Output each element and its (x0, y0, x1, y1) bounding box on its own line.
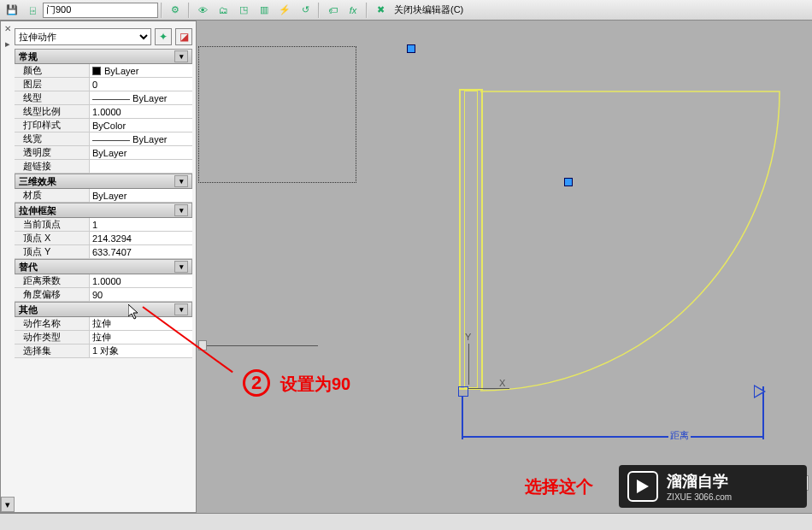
property-value[interactable]: 0 (90, 78, 192, 91)
property-row[interactable]: 材质 ByLayer (15, 189, 192, 203)
door-swing-arc (455, 87, 797, 429)
property-label: 动作名称 (15, 317, 90, 330)
dim-tick-left (462, 397, 463, 439)
property-row[interactable]: 线型比例 1.0000 (15, 105, 192, 119)
annotation-step-text: 设置为90 (280, 373, 350, 396)
section-header[interactable]: 拉伸框架▾ (15, 203, 192, 218)
property-value[interactable]: 1 (90, 218, 192, 231)
quick-select-icon[interactable]: ✦ (155, 28, 172, 45)
property-value[interactable]: ByLayer (90, 189, 192, 202)
property-value[interactable]: 633.7407 (90, 245, 192, 258)
palette-icon[interactable]: 🗂 (214, 2, 232, 19)
property-label: 线型 (15, 91, 90, 104)
property-label: 线宽 (15, 132, 90, 145)
toolbar-icon-a[interactable]: ⚙ (166, 2, 185, 19)
property-label: 顶点 Y (15, 245, 90, 258)
triangle-grip[interactable] (754, 385, 766, 398)
property-row[interactable]: 透明度 ByLayer (15, 146, 192, 160)
play-icon (627, 471, 658, 502)
save-block-icon[interactable]: 💾 (3, 2, 21, 19)
property-label: 角度偏移 (15, 288, 90, 301)
origin-grip[interactable] (458, 386, 468, 397)
property-label: 图层 (15, 78, 90, 91)
select-objects-icon[interactable]: ◪ (175, 28, 192, 45)
property-label: 顶点 X (15, 232, 90, 244)
section-header[interactable]: 其他▾ (15, 302, 192, 317)
toolbar-icon-c[interactable]: ▥ (255, 2, 274, 19)
status-bar (0, 513, 812, 530)
property-row[interactable]: 角度偏移 90 (15, 288, 192, 302)
property-value[interactable]: 214.3294 (90, 232, 192, 244)
visibility-icon[interactable]: 👁 (193, 2, 212, 19)
grip-top-left[interactable] (407, 44, 415, 53)
property-value[interactable]: 1 对象 (90, 344, 192, 357)
panel-close-icon[interactable]: ✕ (1, 21, 15, 35)
section-header[interactable]: 常规▾ (15, 49, 192, 64)
block-name-input[interactable] (43, 3, 158, 18)
panel-options-icon[interactable]: ▾ (1, 497, 15, 512)
property-label: 选择集 (15, 344, 90, 357)
dimension-line[interactable] (462, 436, 764, 438)
property-label: 透明度 (15, 146, 90, 159)
properties-panel: ✕ ▸ ▾ 拉伸动作 ✦ ◪ 常规▾颜色 ByLayer图层 0线型 ———— … (0, 21, 197, 513)
annotation-step-circle: 2 (243, 369, 270, 397)
property-row[interactable]: 当前顶点 1 (15, 218, 192, 232)
watermark-brand: 溜溜自学 ZIXUE 3066.com (619, 465, 807, 508)
property-value[interactable]: ———— ByLayer (90, 132, 192, 145)
property-row[interactable]: 顶点 X 214.3294 (15, 232, 192, 245)
property-value[interactable]: 1.0000 (90, 274, 192, 287)
property-label: 动作类型 (15, 331, 90, 344)
toolbar-icon-d[interactable]: ⚡ (275, 2, 294, 19)
property-row[interactable]: 动作类型 拉伸 (15, 331, 192, 344)
block-editor-toolbar: 💾 ⍈ ⚙ 👁 🗂 ◳ ▥ ⚡ ↺ 🏷 fx ✖ 关闭块编辑器(C) (0, 0, 812, 21)
properties-tree: 常规▾颜色 ByLayer图层 0线型 ———— ByLayer线型比例 1.0… (15, 49, 192, 358)
property-row[interactable]: 超链接 (15, 160, 192, 174)
property-row[interactable]: 距离乘数 1.0000 (15, 274, 192, 288)
property-row[interactable]: 图层 0 (15, 78, 192, 91)
selection-type-select[interactable]: 拉伸动作 (15, 28, 151, 45)
property-row[interactable]: 选择集 1 对象 (15, 344, 192, 358)
property-value[interactable]: ———— ByLayer (90, 91, 192, 104)
property-value[interactable]: 1.0000 (90, 105, 192, 118)
dimension-label: 距离 (668, 429, 691, 442)
annotation-select-text: 选择这个 (525, 475, 593, 498)
property-row[interactable]: 线型 ———— ByLayer (15, 91, 192, 105)
close-editor-label[interactable]: 关闭块编辑器(C) (394, 3, 463, 16)
fx-icon[interactable]: fx (344, 2, 362, 19)
property-row[interactable]: 打印样式 ByColor (15, 119, 192, 132)
property-label: 距离乘数 (15, 274, 90, 287)
property-value[interactable]: ByLayer (90, 146, 192, 159)
property-row[interactable]: 顶点 Y 633.7407 (15, 245, 192, 259)
property-label: 材质 (15, 189, 90, 202)
property-label: 颜色 (15, 64, 90, 77)
property-label: 线型比例 (15, 105, 90, 118)
toolbar-icon-e[interactable]: ↺ (296, 2, 315, 19)
toolbar-icon-b[interactable]: ◳ (234, 2, 253, 19)
property-row[interactable]: 颜色 ByLayer (15, 64, 192, 78)
section-header[interactable]: 替代▾ (15, 259, 192, 274)
property-value[interactable]: ByLayer (90, 64, 192, 77)
property-row[interactable]: 线宽 ———— ByLayer (15, 132, 192, 146)
saveas-block-icon[interactable]: ⍈ (23, 2, 42, 19)
property-value[interactable]: ByColor (90, 119, 192, 132)
section-header[interactable]: 三维效果▾ (15, 174, 192, 189)
property-label: 当前顶点 (15, 218, 90, 231)
stretch-frame (198, 46, 356, 183)
property-value[interactable]: 90 (90, 288, 192, 301)
property-label: 超链接 (15, 160, 90, 173)
drawing-canvas[interactable]: Y X 距离 2 设置为90 选择这个 ◪ (198, 21, 812, 513)
close-editor-icon[interactable]: ✖ (371, 2, 390, 19)
constraint-icon[interactable]: 🏷 (323, 2, 342, 19)
property-value[interactable]: 拉伸 (90, 317, 192, 330)
panel-pin-icon[interactable]: ▸ (1, 37, 15, 50)
property-label: 打印样式 (15, 119, 90, 132)
door-leaf-inner (464, 91, 478, 388)
property-value[interactable] (90, 160, 192, 173)
